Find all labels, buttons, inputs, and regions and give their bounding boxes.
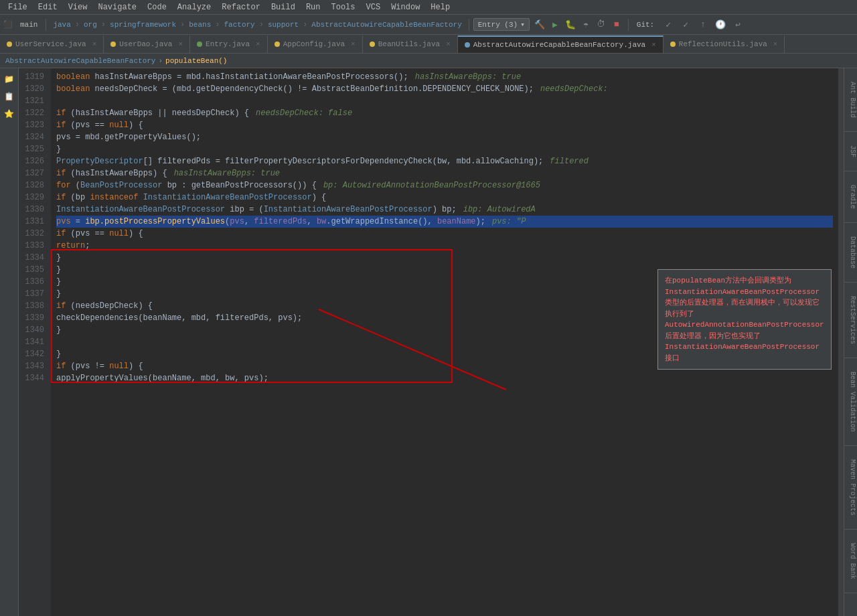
breadcrumb-class[interactable]: AbstractAutowireCapableBeanFactory bbox=[5, 57, 155, 65]
lightbulb-icon[interactable]: 💡 bbox=[51, 216, 53, 228]
vcs-commit[interactable]: ✓ bbox=[678, 17, 693, 32]
file-tab-close-4[interactable]: × bbox=[446, 40, 451, 48]
stop-btn[interactable]: ■ bbox=[609, 17, 624, 32]
menu-item-tools[interactable]: Tools bbox=[326, 1, 361, 13]
profile-btn[interactable]: ⏱ bbox=[594, 17, 609, 32]
menu-item-build[interactable]: Build bbox=[266, 1, 301, 13]
line-num-1327: 1327 bbox=[19, 167, 48, 179]
toolbar-sep-2 bbox=[469, 19, 469, 31]
code-line-1321 bbox=[56, 95, 833, 107]
line-num-1343: 1343 bbox=[19, 360, 48, 372]
code-line-1323: if (pvs == null) { bbox=[56, 119, 833, 131]
file-tabs-list[interactable]: UserService.java×UserDao.java×Entry.java… bbox=[0, 35, 785, 53]
file-tab-0[interactable]: UserService.java× bbox=[0, 35, 104, 53]
code-line-1329: if (bp instanceof InstantiationAwareBean… bbox=[56, 191, 833, 204]
file-tab-close-3[interactable]: × bbox=[351, 40, 356, 48]
dropdown-arrow: ▾ bbox=[520, 20, 525, 29]
toolbar-bc-1[interactable]: org bbox=[81, 19, 100, 30]
vcs-update[interactable]: ✓ bbox=[661, 17, 676, 32]
code-lines: boolean hasInstAwareBpps = mbd.hasInstan… bbox=[51, 68, 838, 616]
toolbar-bc-sep-5: › bbox=[303, 20, 307, 29]
right-sidebar-tab-0[interactable]: Ant Build bbox=[844, 68, 857, 132]
code-line-1331: pvs = ibp.postProcessPropertyValues(pvs,… bbox=[56, 216, 833, 228]
sidebar-favorites-icon[interactable]: ⭐ bbox=[1, 106, 17, 122]
file-tab-close-6[interactable]: × bbox=[773, 40, 778, 48]
line-num-1324: 1324 bbox=[19, 131, 48, 143]
toolbar-bc-5[interactable]: support bbox=[265, 19, 301, 30]
debug-val-1319: hasInstAwareBpps: true bbox=[415, 72, 521, 82]
sidebar-project-icon[interactable]: 📁 bbox=[1, 71, 17, 87]
toolbar-bc-3[interactable]: beans bbox=[186, 19, 214, 30]
project-name[interactable]: main bbox=[16, 19, 42, 30]
right-sidebar-tab-6[interactable]: Maven Projects bbox=[844, 446, 857, 530]
toolbar-bc-4[interactable]: factory bbox=[221, 19, 257, 30]
code-line-1332: if (pvs == null) { bbox=[56, 228, 833, 240]
menu-item-help[interactable]: Help bbox=[425, 1, 455, 13]
coverage-btn[interactable]: ☂ bbox=[578, 17, 593, 32]
line-num-1322: 1322 bbox=[19, 107, 48, 119]
build-btn[interactable]: 🔨 bbox=[532, 17, 547, 32]
menu-item-refactor[interactable]: Refactor bbox=[216, 1, 266, 13]
toolbar: ⬛ main java›org›springframework›beans›fa… bbox=[0, 15, 857, 35]
file-tab-label-1: UserDao.java bbox=[119, 40, 172, 48]
file-tab-dot-4 bbox=[370, 42, 375, 47]
menu-item-navigate[interactable]: Navigate bbox=[92, 1, 142, 13]
menu-item-run[interactable]: Run bbox=[301, 1, 326, 13]
debug-val-1322: needsDepCheck: false bbox=[256, 108, 352, 118]
toolbar-breadcrumbs[interactable]: java›org›springframework›beans›factory›s… bbox=[50, 19, 464, 30]
right-sidebars: Ant BuildJSFGradleDatabaseRestServicesBe… bbox=[844, 68, 857, 616]
file-tab-label-2: Entry.java bbox=[206, 40, 250, 48]
code-line-1319: boolean hasInstAwareBpps = mbd.hasInstan… bbox=[56, 71, 833, 83]
file-tab-4[interactable]: BeanUtils.java× bbox=[363, 35, 458, 53]
project-icon: ⬛ bbox=[3, 19, 13, 30]
toolbar-bc-6[interactable]: AbstractAutowireCapableBeanFactory bbox=[309, 19, 464, 30]
line-num-1335: 1335 bbox=[19, 264, 48, 276]
entry-dropdown[interactable]: Entry (3) ▾ bbox=[473, 18, 530, 31]
right-sidebar-tab-3[interactable]: Database bbox=[844, 223, 857, 283]
file-tab-close-2[interactable]: × bbox=[256, 40, 260, 48]
breadcrumb-sep: › bbox=[158, 57, 163, 65]
line-num-1339: 1339 bbox=[19, 312, 48, 324]
right-sidebar-tab-2[interactable]: Gradle bbox=[844, 171, 857, 223]
toolbar-bc-0[interactable]: java bbox=[50, 19, 73, 30]
file-tab-2[interactable]: Entry.java× bbox=[190, 35, 268, 53]
run-btn[interactable]: ▶ bbox=[548, 17, 562, 32]
breadcrumb-method[interactable]: populateBean() bbox=[165, 57, 227, 65]
menu-item-vcs[interactable]: VCS bbox=[361, 1, 386, 13]
toolbar-bc-2[interactable]: springframework bbox=[107, 19, 179, 30]
line-num-1320: 1320 bbox=[19, 83, 48, 95]
menu-item-file[interactable]: File bbox=[3, 1, 33, 13]
file-tab-label-0: UserService.java bbox=[15, 40, 86, 48]
file-tab-label-5: AbstractAutowireCapableBeanFactory.java bbox=[473, 41, 645, 49]
menu-item-edit[interactable]: Edit bbox=[33, 1, 63, 13]
file-tab-3[interactable]: AppConfig.java× bbox=[268, 35, 363, 53]
menu-item-window[interactable]: Window bbox=[386, 1, 425, 13]
file-tab-close-1[interactable]: × bbox=[178, 40, 183, 48]
menu-item-view[interactable]: View bbox=[63, 1, 93, 13]
file-tab-close-0[interactable]: × bbox=[92, 40, 97, 48]
sidebar-structure-icon[interactable]: 📋 bbox=[1, 88, 17, 104]
file-tab-1[interactable]: UserDao.java× bbox=[104, 35, 190, 53]
menu-item-analyze[interactable]: Analyze bbox=[172, 1, 216, 13]
right-sidebar-tab-4[interactable]: RestServices bbox=[844, 283, 857, 358]
right-sidebar-tab-1[interactable]: JSF bbox=[844, 132, 857, 171]
menu-items[interactable]: FileEditViewNavigateCodeAnalyzeRefactorB… bbox=[3, 1, 455, 13]
code-line-1328: for (BeanPostProcessor bp : getBeanPostP… bbox=[56, 179, 833, 191]
code-line-1325: } bbox=[56, 143, 833, 155]
file-tab-dot-6 bbox=[670, 42, 676, 47]
code-line-1322: if (hasInstAwareBpps || needsDepCheck) {… bbox=[56, 107, 833, 119]
file-tab-close-5[interactable]: × bbox=[651, 41, 656, 49]
line-num-1323: 1323 bbox=[19, 119, 48, 131]
menu-item-code[interactable]: Code bbox=[142, 1, 172, 13]
right-sidebar-tab-7[interactable]: Word Bank bbox=[844, 530, 857, 593]
vcs-history[interactable]: 🕐 bbox=[713, 17, 728, 32]
file-tab-6[interactable]: ReflectionUtils.java× bbox=[664, 35, 785, 53]
vcs-revert[interactable]: ↩ bbox=[730, 17, 745, 32]
right-sidebar-tabs-container[interactable]: Ant BuildJSFGradleDatabaseRestServicesBe… bbox=[844, 68, 857, 593]
right-sidebar-tab-5[interactable]: Bean Validation bbox=[844, 358, 857, 446]
line-num-1319: 1319 bbox=[19, 71, 48, 83]
file-tab-5[interactable]: AbstractAutowireCapableBeanFactory.java× bbox=[458, 35, 664, 53]
debug-btn[interactable]: 🐛 bbox=[563, 17, 578, 32]
scrollbar-right[interactable] bbox=[838, 68, 844, 616]
vcs-push[interactable]: ↑ bbox=[696, 17, 710, 32]
